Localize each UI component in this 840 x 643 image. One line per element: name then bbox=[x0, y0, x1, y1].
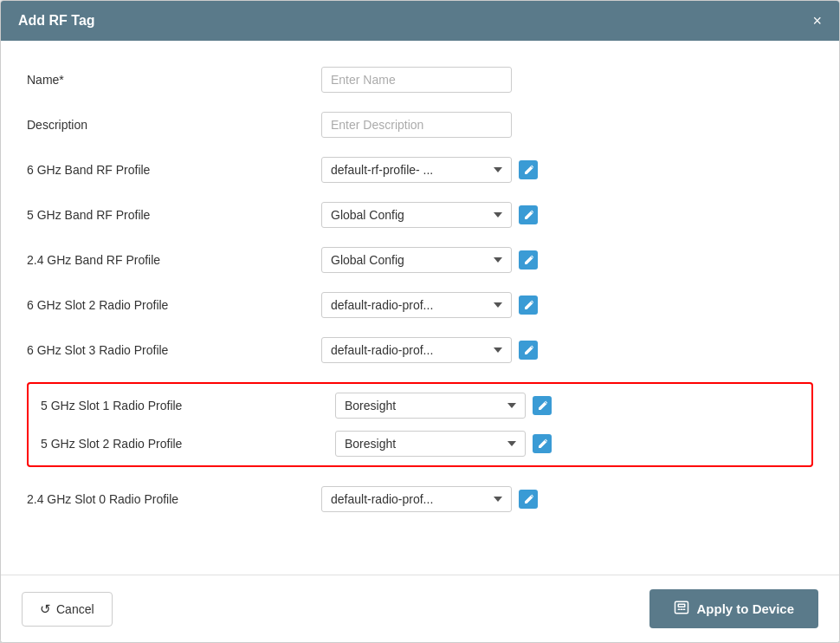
apply-label: Apply to Device bbox=[696, 601, 794, 616]
field-select-6ghz-slot2-radio[interactable]: default-radio-prof... bbox=[321, 292, 512, 318]
edit-icon[interactable] bbox=[519, 205, 538, 224]
field-row-24ghz-slot0-radio: 2.4 GHz Slot 0 Radio Profile default-rad… bbox=[27, 486, 813, 512]
field-select-6ghz-band-rf[interactable]: default-rf-profile- ... bbox=[321, 157, 512, 183]
name-control bbox=[321, 67, 512, 93]
field-select-5ghz-band-rf[interactable]: Global Config bbox=[321, 202, 512, 228]
field-label-5ghz-slot1-radio: 5 GHz Slot 1 Radio Profile bbox=[41, 399, 335, 412]
cancel-button[interactable]: ↺ Cancel bbox=[22, 592, 113, 627]
name-label: Name* bbox=[27, 73, 321, 87]
field-row-5ghz-band-rf: 5 GHz Band RF Profile Global Config bbox=[27, 202, 813, 228]
edit-icon[interactable] bbox=[519, 250, 538, 270]
field-row-24ghz-band-rf: 2.4 GHz Band RF Profile Global Config bbox=[27, 247, 813, 273]
cancel-icon: ↺ bbox=[40, 601, 51, 617]
edit-icon[interactable] bbox=[519, 490, 538, 509]
apply-button[interactable]: Apply to Device bbox=[649, 589, 818, 628]
field-label-5ghz-band-rf: 5 GHz Band RF Profile bbox=[27, 208, 321, 222]
field-control-5ghz-slot2-radio: Boresight bbox=[335, 431, 552, 457]
field-label-6ghz-band-rf: 6 GHz Band RF Profile bbox=[27, 163, 321, 177]
highlighted-fields-container: 5 GHz Slot 1 Radio Profile Boresight 5 G… bbox=[41, 393, 799, 457]
name-input[interactable] bbox=[321, 67, 512, 93]
modal-header: Add RF Tag × bbox=[1, 1, 839, 41]
field-select-24ghz-slot0-radio[interactable]: default-radio-prof... bbox=[321, 486, 512, 512]
field-row-5ghz-slot1-radio: 5 GHz Slot 1 Radio Profile Boresight bbox=[41, 393, 799, 419]
edit-icon[interactable] bbox=[519, 296, 538, 315]
description-input[interactable] bbox=[321, 112, 512, 138]
field-label-24ghz-band-rf: 2.4 GHz Band RF Profile bbox=[27, 253, 321, 267]
close-button[interactable]: × bbox=[812, 13, 822, 29]
field-control-6ghz-band-rf: default-rf-profile- ... bbox=[321, 157, 538, 183]
field-select-24ghz-band-rf[interactable]: Global Config bbox=[321, 247, 512, 273]
regular-fields-after: 2.4 GHz Slot 0 Radio Profile default-rad… bbox=[27, 486, 813, 512]
edit-icon[interactable] bbox=[519, 160, 538, 179]
regular-fields-before: 6 GHz Band RF Profile default-rf-profile… bbox=[27, 157, 813, 363]
field-control-5ghz-band-rf: Global Config bbox=[321, 202, 538, 228]
field-label-24ghz-slot0-radio: 2.4 GHz Slot 0 Radio Profile bbox=[27, 492, 321, 506]
modal-body: Name* Description 6 GHz Band RF Profile … bbox=[1, 41, 839, 575]
edit-icon[interactable] bbox=[519, 341, 538, 360]
field-label-5ghz-slot2-radio: 5 GHz Slot 2 Radio Profile bbox=[41, 437, 335, 451]
modal-footer: ↺ Cancel Apply to Device bbox=[1, 575, 839, 642]
field-label-6ghz-slot3-radio: 6 GHz Slot 3 Radio Profile bbox=[27, 343, 321, 357]
add-rf-tag-modal: Add RF Tag × Name* Description 6 GHz Ban… bbox=[0, 0, 840, 643]
field-control-5ghz-slot1-radio: Boresight bbox=[335, 393, 552, 419]
field-row-6ghz-slot2-radio: 6 GHz Slot 2 Radio Profile default-radio… bbox=[27, 292, 813, 318]
description-control bbox=[321, 112, 512, 138]
edit-icon[interactable] bbox=[533, 396, 552, 415]
field-control-6ghz-slot3-radio: default-radio-prof... bbox=[321, 337, 538, 363]
description-label: Description bbox=[27, 118, 321, 132]
field-select-5ghz-slot2-radio[interactable]: Boresight bbox=[335, 431, 526, 457]
field-control-24ghz-slot0-radio: default-radio-prof... bbox=[321, 486, 538, 512]
name-row: Name* bbox=[27, 67, 813, 93]
edit-icon[interactable] bbox=[533, 434, 552, 453]
field-row-6ghz-slot3-radio: 6 GHz Slot 3 Radio Profile default-radio… bbox=[27, 337, 813, 363]
field-control-24ghz-band-rf: Global Config bbox=[321, 247, 538, 273]
field-row-5ghz-slot2-radio: 5 GHz Slot 2 Radio Profile Boresight bbox=[41, 431, 799, 457]
field-select-5ghz-slot1-radio[interactable]: Boresight bbox=[335, 393, 526, 419]
field-row-6ghz-band-rf: 6 GHz Band RF Profile default-rf-profile… bbox=[27, 157, 813, 183]
highlighted-section: 5 GHz Slot 1 Radio Profile Boresight 5 G… bbox=[27, 382, 813, 467]
description-row: Description bbox=[27, 112, 813, 138]
field-control-6ghz-slot2-radio: default-radio-prof... bbox=[321, 292, 538, 318]
modal-title: Add RF Tag bbox=[18, 13, 95, 29]
apply-icon bbox=[674, 600, 689, 618]
field-label-6ghz-slot2-radio: 6 GHz Slot 2 Radio Profile bbox=[27, 298, 321, 312]
cancel-label: Cancel bbox=[56, 602, 94, 616]
svg-rect-1 bbox=[679, 604, 686, 607]
field-select-6ghz-slot3-radio[interactable]: default-radio-prof... bbox=[321, 337, 512, 363]
